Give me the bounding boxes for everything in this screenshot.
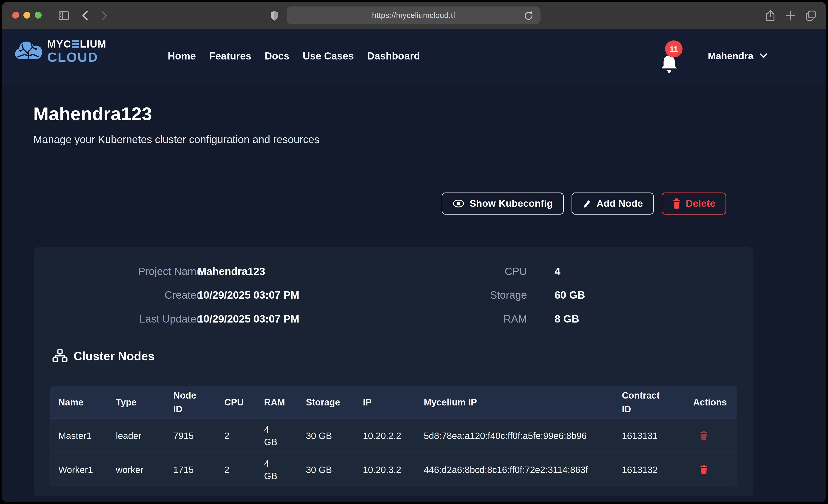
tab-overview-icon[interactable] [805, 10, 817, 22]
node-storage: 30 GB [298, 453, 355, 487]
node-ram: 4 GB [256, 453, 298, 487]
last-updated-value: 10/29/2025 03:07 PM [198, 312, 299, 325]
last-updated-label: Last Updated [106, 312, 202, 325]
col-contract-id: Contract ID [614, 386, 685, 419]
node-type: worker [108, 453, 165, 487]
col-name: Name [50, 386, 108, 419]
brand-bottom-line: CLOUD [47, 50, 107, 64]
node-mycelium-ip: 446:d2a6:8bcd:8c16:ff0f:72e2:3114:863f [415, 453, 614, 487]
col-node-id: Node ID [165, 386, 216, 419]
screenshot-stage: https://myceliumcloud.tf Mahendra123 Man… [0, 0, 828, 504]
eye-icon [453, 199, 464, 208]
node-actions [685, 453, 737, 487]
page-title: Mahendra123 [33, 103, 152, 125]
refresh-icon[interactable] [523, 10, 535, 22]
table-header-row: Name Type Node ID CPU RAM Storage IP Myc… [50, 386, 737, 419]
pencil-icon [582, 199, 591, 209]
url-text: https://myceliumcloud.tf [372, 11, 455, 20]
site-navbar: MYCLIUM CLOUD Home Features Docs Use Cas… [2, 30, 826, 83]
cpu-label: CPU [430, 265, 527, 278]
node-id: 1715 [165, 453, 216, 487]
col-cpu: CPU [216, 386, 256, 419]
notification-count-badge: 11 [665, 40, 682, 57]
logo-e-bars-icon [72, 40, 79, 48]
project-name-label: Project Name [106, 265, 202, 278]
node-contract-id: 1613132 [614, 453, 685, 487]
table-row: Master1 leader 7915 2 4 GB 30 GB 10.20.2… [50, 419, 737, 453]
nav-link-use-cases[interactable]: Use Cases [303, 50, 354, 62]
node-name: Worker1 [50, 453, 108, 487]
project-name-value: Mahendra123 [198, 265, 265, 278]
nav-link-features[interactable]: Features [209, 50, 251, 62]
cluster-nodes-title: Cluster Nodes [74, 349, 155, 363]
node-cpu: 2 [216, 453, 256, 487]
show-kubeconfig-label: Show Kubeconfig [469, 198, 553, 209]
col-ip: IP [355, 386, 415, 419]
delete-node-button[interactable] [700, 464, 708, 475]
page-subtitle: Manage your Kubernetes cluster configura… [33, 133, 320, 145]
browser-window: https://myceliumcloud.tf Mahendra123 Man… [2, 2, 826, 502]
delete-label: Delete [686, 198, 715, 209]
table-row: Worker1 worker 1715 2 4 GB 30 GB 10.20.3… [50, 453, 737, 487]
node-actions [685, 419, 737, 453]
delete-cluster-button[interactable]: Delete [662, 193, 726, 215]
forward-button-icon[interactable] [98, 10, 110, 22]
node-id: 7915 [165, 419, 216, 453]
share-icon[interactable] [764, 10, 776, 22]
user-menu[interactable]: Mahendra [708, 30, 768, 83]
browser-chrome-bar: https://myceliumcloud.tf [2, 2, 826, 30]
node-name: Master1 [50, 419, 108, 453]
add-node-label: Add Node [596, 198, 643, 209]
ram-value: 8 GB [554, 312, 579, 325]
col-type: Type [108, 386, 165, 419]
mycelium-cloud-logo-icon [14, 38, 43, 65]
cluster-actions-row: Show Kubeconfig Add Node Delete [2, 193, 726, 215]
show-kubeconfig-button[interactable]: Show Kubeconfig [442, 193, 564, 215]
sidebar-toggle-icon[interactable] [58, 10, 70, 22]
new-tab-plus-icon[interactable] [785, 10, 796, 22]
col-actions: Actions [685, 386, 737, 419]
node-cpu: 2 [216, 419, 256, 453]
nav-link-dashboard[interactable]: Dashboard [367, 50, 420, 62]
nav-link-docs[interactable]: Docs [265, 50, 290, 62]
created-value: 10/29/2025 03:07 PM [198, 289, 299, 301]
cpu-value: 4 [554, 265, 561, 278]
add-node-button[interactable]: Add Node [572, 193, 654, 215]
node-type: leader [108, 419, 165, 453]
back-button-icon[interactable] [79, 10, 91, 22]
close-window-button[interactable] [12, 12, 19, 18]
cluster-nodes-table: Name Type Node ID CPU RAM Storage IP Myc… [50, 386, 737, 487]
minimize-window-button[interactable] [24, 12, 30, 18]
brand-top-line: MYCLIUM [47, 39, 107, 49]
trash-icon [700, 438, 708, 441]
user-name: Mahendra [708, 50, 753, 61]
node-ip: 10.20.3.2 [355, 453, 415, 487]
web-page: Mahendra123 Manage your Kubernetes clust… [2, 30, 826, 502]
created-label: Created [106, 289, 202, 301]
url-address-bar[interactable]: https://myceliumcloud.tf [287, 6, 540, 24]
page-content: Mahendra123 Manage your Kubernetes clust… [2, 30, 826, 502]
brand-logo[interactable]: MYCLIUM CLOUD [14, 38, 107, 65]
ram-label: RAM [430, 312, 527, 325]
nav-links: Home Features Docs Use Cases Dashboard [168, 30, 420, 83]
storage-value: 60 GB [554, 289, 585, 301]
col-storage: Storage [298, 386, 355, 419]
col-ram: RAM [256, 386, 298, 419]
node-ip: 10.20.2.2 [355, 419, 415, 453]
node-ram: 4 GB [256, 419, 298, 453]
network-nodes-icon [52, 349, 68, 364]
cluster-details-panel: Project Name Mahendra123 Created 10/29/2… [34, 247, 753, 496]
nav-link-home[interactable]: Home [168, 50, 196, 62]
privacy-shield-icon[interactable] [268, 10, 280, 22]
brand-wordmark: MYCLIUM CLOUD [47, 39, 107, 64]
trash-icon [700, 472, 708, 475]
col-mycelium-ip: Mycelium IP [415, 386, 614, 419]
node-contract-id: 1613131 [614, 419, 685, 453]
delete-node-button[interactable] [700, 430, 708, 441]
zoom-window-button[interactable] [35, 12, 42, 18]
chevron-down-icon [759, 53, 768, 59]
node-storage: 30 GB [298, 419, 355, 453]
node-mycelium-ip: 5d8:78ea:a120:f40c:ff0f:a5fe:99e6:8b96 [415, 419, 614, 453]
storage-label: Storage [430, 289, 527, 301]
cluster-nodes-heading: Cluster Nodes [52, 349, 155, 364]
